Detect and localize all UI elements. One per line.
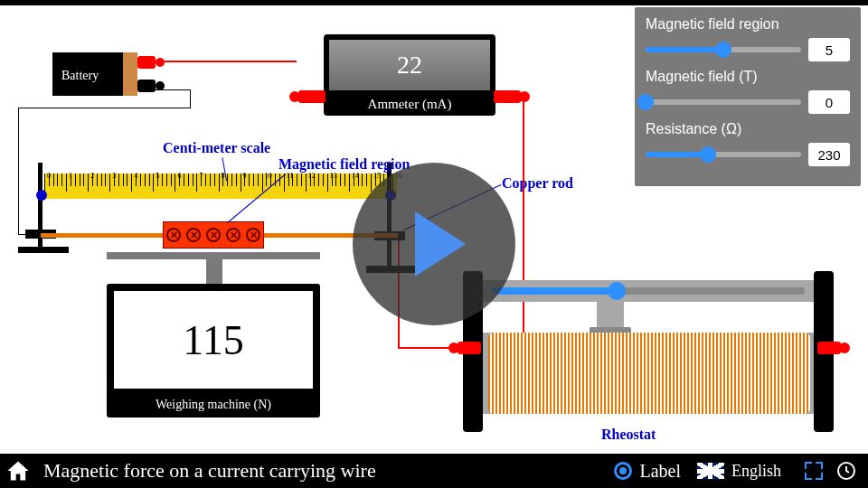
play-button[interactable] — [353, 163, 515, 325]
field-into-page-icon: ✕ — [166, 228, 181, 242]
wire — [18, 108, 19, 235]
value-magnetic-region[interactable]: 5 — [808, 38, 850, 61]
slider-label-magnetic-region: Magnetic field region — [646, 16, 850, 33]
field-into-page-icon: ✕ — [226, 228, 241, 242]
magnetic-field-region[interactable]: ✕ ✕ ✕ ✕ ✕ — [163, 221, 264, 249]
label-centimeter-scale: Centi-meter scale — [163, 140, 270, 156]
language-selector[interactable]: English — [697, 462, 781, 481]
battery-terminals — [123, 52, 137, 96]
simulation-canvas: Battery 22 Ammeter (mA) 0123456789101112… — [0, 0, 868, 488]
uk-flag-icon — [697, 463, 724, 479]
value-resistance[interactable]: 230 — [808, 143, 850, 166]
rheostat-coil — [488, 333, 810, 414]
page-title: Magnetic force on a current carrying wir… — [43, 459, 376, 483]
top-border — [0, 0, 868, 5]
battery-label: Battery — [61, 69, 99, 83]
language-text: English — [731, 462, 781, 481]
rheostat-terminal — [817, 342, 841, 354]
slider-resistance[interactable] — [646, 152, 801, 157]
stand-left-base — [18, 247, 69, 253]
rheostat-terminal — [458, 342, 481, 354]
fullscreen-button[interactable] — [803, 460, 825, 482]
label-toggle[interactable]: Label — [614, 461, 681, 482]
rheostat-slider-thumb[interactable] — [608, 282, 626, 300]
play-icon — [415, 211, 466, 277]
label-copper-rod: Copper rod — [502, 175, 573, 192]
centimeter-scale: 012345678910111213141516 — [44, 174, 397, 199]
ammeter-reading: 22 — [329, 40, 490, 90]
battery-negative — [137, 80, 156, 92]
label-magnetic-region: Magnetic field region — [278, 156, 410, 173]
label-rheostat: Rheostat — [601, 427, 656, 443]
slider-magnetic-field[interactable] — [646, 99, 801, 105]
rheostat-wiper[interactable] — [597, 302, 624, 336]
wire — [154, 61, 297, 62]
ammeter-terminal-right — [494, 90, 521, 103]
ammeter-terminal-left — [298, 90, 326, 103]
slider-label-resistance: Resistance (Ω) — [646, 121, 850, 137]
weighing-reading: 115 — [114, 291, 313, 389]
weighing-machine: 115 Weighing machine (N) — [107, 284, 320, 418]
bottom-toolbar: Magnetic force on a current carrying wir… — [0, 454, 868, 488]
weighing-neck — [206, 259, 222, 285]
battery-positive — [137, 56, 156, 69]
rheostat-track[interactable] — [483, 280, 814, 302]
radio-icon — [614, 462, 632, 480]
wire — [18, 108, 191, 108]
home-button[interactable] — [5, 458, 31, 483]
label-toggle-text: Label — [639, 461, 681, 482]
field-into-page-icon: ✕ — [246, 228, 260, 242]
ammeter: 22 Ammeter (mA) — [324, 34, 495, 116]
field-into-page-icon: ✕ — [186, 228, 201, 242]
slider-label-magnetic-field: Magnetic field (T) — [646, 69, 850, 85]
reset-button[interactable] — [835, 460, 857, 482]
field-into-page-icon: ✕ — [206, 228, 221, 242]
wire — [398, 347, 454, 349]
value-magnetic-field[interactable]: 0 — [808, 90, 850, 114]
slider-magnetic-region[interactable] — [646, 47, 801, 52]
control-panel: Magnetic field region 5 Magnetic field (… — [635, 7, 861, 186]
stand-left-knob — [36, 190, 47, 201]
wire — [190, 89, 191, 108]
weighing-label: Weighing machine (N) — [107, 398, 320, 412]
wire — [523, 97, 524, 347]
ammeter-label: Ammeter (mA) — [324, 97, 495, 112]
weighing-plate — [107, 252, 320, 259]
